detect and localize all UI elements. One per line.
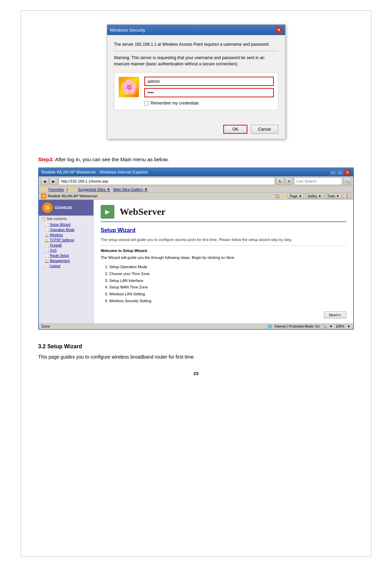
sidebar-item-tcpip[interactable]: 📁 TCP/IP Settings (39, 238, 93, 243)
ie-content-area: G GOAHEAD 📋 Site contents: 📄 Setup Wizar… (39, 200, 353, 324)
next-button[interactable]: Next>> (324, 311, 346, 318)
win-title-bar: Windows Security ✕ (107, 25, 285, 35)
ie-zoom-arrow: ▼ (347, 325, 350, 328)
ie-sidebar: G GOAHEAD 📋 Site contents: 📄 Setup Wizar… (39, 200, 94, 324)
remember-checkbox[interactable] (144, 101, 149, 106)
ie-main-content: WebServer Setup Wizard The setup wizard … (94, 200, 353, 324)
step3-label: Step3: After log in, you can see the Mai… (38, 156, 354, 162)
user-avatar (119, 77, 139, 97)
separator (114, 51, 278, 51)
sidebar-item-route[interactable]: 📄 Route Setup (39, 253, 93, 258)
ie-address-input[interactable] (59, 177, 275, 185)
step-3: Setup LAN Interface (109, 277, 346, 284)
suggested-sites[interactable]: Suggested Sites ▼ (78, 187, 110, 192)
ie-help-button[interactable]: ❓ (343, 194, 351, 199)
favorites-label[interactable]: Favorites (48, 187, 64, 192)
step-2: Choose your Time Zone (109, 271, 346, 277)
ie-forward-button[interactable]: ▶ (50, 177, 57, 185)
step-5: Wireless LAN Setting (109, 291, 346, 298)
ie-zoom-label: ▼ (329, 325, 333, 328)
doc-icon-qos: 📄 (45, 249, 49, 252)
ie-statusbar: Done 🌐 Internet | Protected Mode: On 🔍 ▼… (39, 324, 353, 329)
folder-icon-wireless: 📁 (45, 233, 49, 237)
webserver-icon (101, 205, 114, 219)
setup-wizard-desc: The setup wizard will guide you to confi… (101, 237, 346, 243)
ok-button[interactable]: OK (223, 125, 247, 134)
page-container: Windows Security ✕ The server 192.168.1.… (21, 10, 371, 557)
ie-address-bar-row: ◀ ▶ ↻ ✕ 🔍 (39, 176, 353, 186)
sidebar-item-qos[interactable]: 📄 QoS (39, 248, 93, 253)
ie-title-bar: Realtek WLAN AP Webserver - Windows Inte… (39, 168, 353, 176)
ie-page-button[interactable]: Page ▼ (288, 194, 304, 199)
ie-safety-button[interactable]: Safety ▼ (305, 194, 324, 199)
toolbar-icon2: ⭐ (281, 194, 286, 198)
credential-fields: Remember my credentials (144, 77, 274, 106)
setup-steps-list: Setup Operation Mode Choose your Time Zo… (109, 264, 346, 305)
ie-page-title-area: W Realtek WLAN AP Webserver (41, 193, 98, 199)
favorites-icon: ⭐ (41, 187, 46, 192)
ie-page-title-label: Realtek WLAN AP Webserver (48, 194, 98, 198)
toolbar-icon1: 🏠 (275, 194, 280, 198)
win-title-label: Windows Security (110, 28, 145, 33)
password-input[interactable] (144, 88, 274, 97)
ie-title-label: Realtek WLAN AP Webserver - Windows Inte… (42, 170, 148, 175)
win-footer: OK Cancel (107, 121, 285, 139)
ie-favorites-bar: ⭐ Favorites | ⭐ Suggested Sites ▼ Web Sl… (39, 186, 353, 193)
sidebar-logo: G GOAHEAD (39, 200, 93, 216)
ie-zoom-icon: 🔍 (323, 325, 327, 328)
sidebar-item-firewall[interactable]: 📄 Firewall (39, 243, 93, 248)
doc-icon-firewall: 📄 (45, 244, 49, 247)
win-close-button[interactable]: ✕ (276, 27, 282, 33)
step-1: Setup Operation Mode (109, 264, 346, 271)
section-32-title: 3.2 Setup Wizard (38, 343, 354, 350)
ie-status-done: Done (42, 325, 50, 328)
next-button-row: Next>> (101, 311, 346, 318)
sidebar-item-wireless[interactable]: 📁 Wireless (39, 232, 93, 238)
setup-wizard-section-title: Setup Wizard (101, 227, 346, 233)
win-body: The server 192.168.1.1 at Wireless Acces… (107, 35, 285, 121)
sidebar-brand: GOAHEAD (55, 206, 72, 210)
web-slice-gallery[interactable]: Web Slice Gallery ▼ (113, 187, 148, 192)
ie-title-icons: — □ ✕ (330, 169, 350, 175)
setup-welcome-text: Welcome to Setup Wizard. (101, 249, 346, 253)
ie-browser-window: Realtek WLAN AP Webserver - Windows Inte… (38, 167, 354, 330)
doc-icon-1: 📄 (45, 223, 49, 227)
ie-back-button[interactable]: ◀ (41, 177, 48, 185)
fav-icon2: ⭐ (70, 187, 75, 192)
ie-status-right: 🌐 Internet | Protected Mode: On 🔍 ▼ 100%… (268, 325, 350, 328)
fav-separator: | (67, 187, 68, 192)
step-6: Wireless Security Setting (109, 298, 346, 305)
sidebar-section-label: 📋 Site contents: (39, 216, 93, 222)
username-input[interactable] (144, 77, 274, 86)
sidebar-item-setup-wizard[interactable]: 📄 Setup Wizard (39, 222, 93, 227)
ie-search-input[interactable] (294, 177, 342, 185)
ie-zoom-value: 100% (336, 325, 345, 328)
webserver-header: WebServer (101, 205, 346, 222)
folder-icon-tcpip: 📁 (45, 239, 49, 242)
page-number: 23 (38, 371, 354, 376)
ie-search-button[interactable]: 🔍 (344, 177, 351, 185)
folder-icon: 📋 (42, 217, 46, 221)
ie-page-toolbar: W Realtek WLAN AP Webserver 🏠 ⭐ Page ▼ S… (39, 193, 353, 200)
step3-bold: Step3: (38, 156, 54, 162)
ie-stop-button[interactable]: ✕ (285, 177, 293, 185)
remember-label: Remember my credentials (151, 101, 199, 106)
remember-row: Remember my credentials (144, 101, 274, 106)
doc-icon-logout: 📄 (45, 264, 49, 268)
sidebar-item-operation-mode[interactable]: 📄 Operation Mode (39, 227, 93, 232)
setup-intro-text: The Wizard will guide you the through fo… (101, 255, 346, 261)
cancel-button[interactable]: Cancel (251, 125, 278, 134)
security-message-1: The server 192.168.1.1 at Wireless Acces… (114, 41, 278, 47)
security-message-2: Warning: This server is requesting that … (114, 55, 278, 67)
ie-refresh-button[interactable]: ↻ (276, 177, 284, 185)
ie-tools-button[interactable]: Tools ▼ (325, 194, 341, 199)
sidebar-item-management[interactable]: 📁 Management (39, 258, 93, 263)
sidebar-section-text: Site contents: (47, 217, 68, 221)
windows-security-dialog: Windows Security ✕ The server 192.168.1.… (107, 24, 285, 139)
ie-minimize-button[interactable]: — (330, 169, 336, 175)
sidebar-item-logout[interactable]: 📄 Logout (39, 263, 93, 269)
ie-right-toolbar: 🏠 ⭐ Page ▼ Safety ▼ Tools ▼ ❓ (275, 194, 351, 199)
ie-close-button[interactable]: ✕ (344, 169, 350, 175)
ie-maximize-button[interactable]: □ (337, 169, 343, 175)
sidebar-logo-icon: G (42, 203, 53, 213)
